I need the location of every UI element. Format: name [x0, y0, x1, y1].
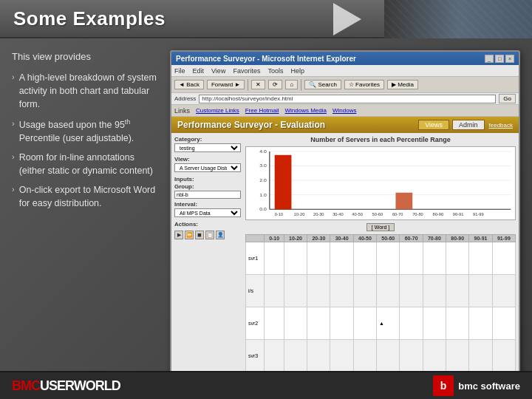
bmc-userworld-logo: BMC USERWORLD — [12, 378, 120, 394]
minimize-button[interactable]: _ — [485, 55, 494, 63]
form-group-inputs: Inputs: Group: Interval: All MPS Data — [174, 176, 241, 217]
bullet-arrow-3: › — [12, 151, 15, 163]
address-field[interactable]: http://localhost/surveyor/index.html — [199, 95, 496, 103]
link-windows[interactable]: Windows — [332, 107, 356, 114]
form-panel: Category: testing View: A Server Usage D… — [174, 136, 241, 372]
go-button[interactable]: Go — [499, 94, 516, 103]
forward-button[interactable]: Forward ► — [207, 80, 245, 89]
table-cell — [353, 307, 376, 340]
table-cell — [265, 340, 284, 372]
table-cell — [469, 340, 492, 372]
bullet-text-4: On-click export to Microsoft Word for ea… — [19, 183, 160, 210]
back-button[interactable]: ◄ Back — [174, 80, 204, 89]
chart-area: Number of Servers in each Percentile Ran… — [245, 136, 516, 372]
ps-tab-views[interactable]: Views — [418, 120, 449, 130]
chart-svg: 4.0 3.0 2.0 1.0 0.0 — [246, 147, 515, 219]
left-panel: This view provides › A high-level breakd… — [12, 50, 160, 387]
table-cell — [307, 275, 330, 307]
intro-text: This view provides — [12, 50, 160, 64]
category-select[interactable]: testing — [174, 143, 241, 152]
menu-view[interactable]: View — [211, 67, 225, 75]
ps-tab-admin[interactable]: Admin — [452, 120, 485, 130]
interval-select[interactable]: All MPS Data — [174, 208, 241, 217]
svg-rect-12 — [275, 155, 292, 210]
group-input[interactable] — [174, 191, 241, 199]
table-cell — [330, 275, 353, 307]
table-cell — [353, 242, 376, 275]
table-cell — [469, 307, 492, 340]
play-triangle-icon — [333, 3, 361, 35]
table-header-name — [246, 235, 265, 242]
bottom-bar: BMC USERWORLD b bmc software — [0, 371, 532, 399]
group-label: Group: — [174, 183, 241, 190]
address-label: Address — [174, 95, 196, 102]
data-table: 0-10 10-20 20-30 30-40 40-50 50-60 60-70… — [245, 234, 516, 372]
bmc-software-text: bmc software — [458, 381, 520, 392]
ps-feedback-link[interactable]: feedback — [489, 122, 513, 129]
inputs-label: Inputs: — [174, 176, 241, 183]
play-button[interactable] — [325, 3, 369, 35]
right-panel: Performance Surveyor - Microsoft Interne… — [170, 50, 520, 387]
table-cell — [265, 275, 284, 307]
table-cell — [423, 307, 446, 340]
svg-text:0.0: 0.0 — [259, 207, 267, 211]
links-bar: Links Customize Links Free Hotmail Windo… — [171, 105, 519, 117]
page-title: Some Examples — [13, 7, 166, 30]
link-hotmail[interactable]: Free Hotmail — [245, 107, 279, 114]
bmc-text: BMC — [12, 378, 40, 394]
actions-row: ▶ ⏩ ◼ 📋 👤 — [174, 231, 241, 239]
link-windows-media[interactable]: Windows Media — [285, 107, 327, 114]
form-group-view: View: A Server Usage Distribution — [174, 156, 241, 172]
table-cell — [492, 307, 515, 340]
table-cell — [423, 340, 446, 372]
table-cell-label: i/s — [246, 275, 265, 307]
action-icon-1[interactable]: ▶ — [174, 231, 183, 239]
close-button[interactable]: × — [505, 55, 514, 63]
table-cell — [446, 242, 469, 275]
svg-text:4.0: 4.0 — [259, 149, 267, 153]
svg-text:40-50: 40-50 — [352, 212, 363, 216]
bullet-item-4: › On-click export to Microsoft Word for … — [12, 183, 160, 210]
address-bar: Address http://localhost/surveyor/index.… — [171, 93, 519, 105]
svg-text:b: b — [440, 380, 447, 392]
menu-tools[interactable]: Tools — [267, 67, 283, 75]
bmc-software-icon: b — [433, 375, 454, 396]
ps-header: Performance Surveyor - Evaluation Views … — [171, 117, 519, 133]
svg-rect-13 — [395, 193, 412, 210]
action-icon-2[interactable]: ⏩ — [185, 231, 194, 239]
table-cell — [377, 275, 400, 307]
svg-text:90-91: 90-91 — [453, 212, 464, 216]
favorites-button[interactable]: ☆ Favorites — [344, 80, 384, 89]
bullet-text-1: A high-level breakdown of system activit… — [19, 71, 160, 111]
table-cell — [284, 307, 307, 340]
refresh-button[interactable]: ⟳ — [268, 80, 282, 89]
table-cell — [400, 340, 423, 372]
menu-file[interactable]: File — [174, 67, 185, 75]
table-cell — [330, 242, 353, 275]
table-cell — [400, 242, 423, 275]
action-icon-5[interactable]: 👤 — [216, 231, 225, 239]
home-button[interactable]: ⌂ — [285, 80, 298, 89]
link-customize[interactable]: Customize Links — [196, 107, 239, 114]
search-button[interactable]: 🔍 Search — [304, 80, 341, 89]
table-cell — [330, 340, 353, 372]
table-cell — [446, 340, 469, 372]
table-cell — [284, 275, 307, 307]
bullet-item-3: › Room for in-line annotations (either s… — [12, 151, 160, 177]
stop-button[interactable]: ✕ — [251, 80, 265, 89]
svg-text:30-40: 30-40 — [332, 212, 344, 216]
menu-help[interactable]: Help — [290, 67, 304, 75]
table-header-40-50: 40-50 — [353, 235, 376, 242]
action-icon-4[interactable]: 📋 — [205, 231, 214, 239]
menu-favorites[interactable]: Favorites — [233, 67, 260, 75]
action-icon-3[interactable]: ◼ — [195, 231, 204, 239]
word-export-button[interactable]: [ Word ] — [366, 223, 395, 231]
maximize-button[interactable]: □ — [495, 55, 504, 63]
links-label: Links — [174, 107, 190, 115]
media-button[interactable]: ▶ Media — [387, 80, 418, 89]
view-select[interactable]: A Server Usage Distribution — [174, 163, 241, 172]
menu-edit[interactable]: Edit — [193, 67, 205, 75]
svg-text:10-20: 10-20 — [294, 212, 305, 216]
bullet-list: › A high-level breakdown of system activ… — [12, 71, 160, 210]
table-cell — [265, 307, 284, 340]
